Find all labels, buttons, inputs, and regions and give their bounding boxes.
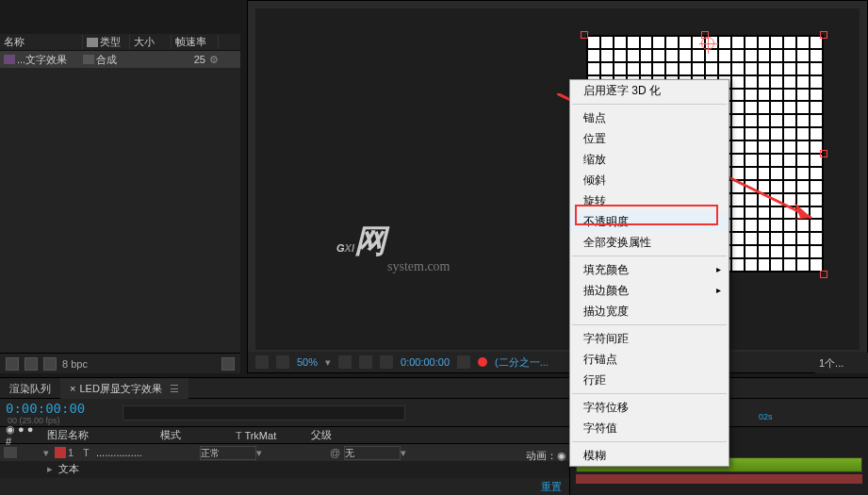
- col-fps[interactable]: 帧速率: [172, 35, 219, 49]
- layer-bar-2[interactable]: [576, 474, 862, 484]
- tab-composition[interactable]: ×LED屏显文字效果☰: [60, 378, 188, 399]
- right-footer: 1个...: [815, 353, 868, 373]
- reset-link[interactable]: 重置: [541, 481, 562, 492]
- add-animator-icon[interactable]: ◉: [557, 450, 566, 461]
- visibility-icon[interactable]: [4, 447, 17, 458]
- watermark: GXI网: [336, 214, 386, 263]
- menu-enable-3d[interactable]: 启用逐字 3D 化: [570, 80, 729, 101]
- watermark-sub: system.com: [387, 259, 450, 274]
- col-layer-name[interactable]: 图层名称: [41, 428, 155, 442]
- settings-icon[interactable]: ⚙: [209, 54, 219, 65]
- zoom-level[interactable]: 50%: [297, 356, 318, 368]
- viewer-footer: 50% ▾ 0:00:00:00 (二分之一...: [248, 352, 867, 372]
- menu-stroke-width[interactable]: 描边宽度: [570, 301, 729, 322]
- new-folder-icon[interactable]: [25, 357, 38, 371]
- project-footer: 8 bpc: [0, 353, 240, 373]
- col-switches: ◉ ● ● #: [0, 423, 41, 447]
- handle-tl[interactable]: [581, 31, 588, 39]
- viewer-time[interactable]: 0:00:00:00: [401, 356, 450, 368]
- context-menu: 启用逐字 3D 化 锚点 位置 缩放 倾斜 旋转 不透明度 全部变换属性 填充颜…: [569, 79, 729, 467]
- col-name[interactable]: 名称: [0, 35, 83, 49]
- menu-scale[interactable]: 缩放: [570, 149, 729, 170]
- timeline-panel: 渲染队列 ×LED屏显文字效果☰ 0:00:00:00 00 (25.00 fp…: [0, 377, 868, 495]
- col-mode[interactable]: 模式: [155, 428, 230, 442]
- project-columns: 名称 类型 大小 帧速率: [0, 34, 240, 51]
- interpret-icon[interactable]: [6, 357, 19, 371]
- menu-char-value[interactable]: 字符值: [570, 418, 729, 438]
- comp-icon: [4, 55, 15, 64]
- timeline-footer: 重置: [0, 478, 569, 495]
- trash-icon[interactable]: [221, 357, 235, 371]
- guide-icon[interactable]: [359, 355, 372, 369]
- item-fps: 25: [172, 54, 209, 65]
- pickwhip-icon[interactable]: @: [330, 447, 340, 458]
- handle-tr[interactable]: [820, 31, 827, 39]
- new-comp-icon[interactable]: [43, 357, 57, 371]
- menu-char-offset[interactable]: 字符位移: [570, 397, 729, 418]
- mask-icon[interactable]: [276, 355, 289, 369]
- menu-line-anchor[interactable]: 行锚点: [570, 349, 729, 370]
- resolution[interactable]: (二分之一...: [495, 355, 549, 370]
- col-size[interactable]: 大小: [130, 35, 172, 49]
- tab-render-queue[interactable]: 渲染队列: [0, 378, 60, 399]
- layer-name[interactable]: ................: [96, 447, 200, 458]
- col-parent[interactable]: 父级: [305, 428, 400, 442]
- folder-icon: [83, 55, 94, 64]
- color-icon[interactable]: [478, 357, 487, 367]
- tab-menu-icon[interactable]: ☰: [170, 378, 179, 399]
- menu-opacity[interactable]: 不透明度: [570, 211, 729, 232]
- tag-icon: [87, 38, 98, 47]
- res-icon[interactable]: [338, 355, 352, 369]
- layer-number: 1: [68, 447, 83, 458]
- project-panel: 名称 类型 大小 帧速率 ...文字效果 合成 25 ⚙: [0, 34, 240, 362]
- menu-anchor[interactable]: 锚点: [570, 107, 729, 128]
- parent-select[interactable]: 无: [344, 446, 401, 460]
- bpc-toggle[interactable]: 8 bpc: [62, 358, 88, 370]
- menu-all-transform[interactable]: 全部变换属性: [570, 232, 729, 253]
- menu-rotation[interactable]: 旋转: [570, 190, 729, 211]
- text-layer-icon: T: [83, 447, 96, 458]
- layer-search[interactable]: [123, 405, 405, 421]
- handle-mr[interactable]: [820, 150, 827, 157]
- snapshot-icon[interactable]: [457, 355, 470, 369]
- menu-line-spacing[interactable]: 行距: [570, 370, 729, 390]
- handle-br[interactable]: [820, 271, 827, 278]
- menu-stroke-color[interactable]: 描边颜色: [570, 280, 729, 301]
- menu-blur[interactable]: 模糊: [570, 445, 729, 466]
- col-trkmat[interactable]: T TrkMat: [230, 430, 305, 441]
- channel-icon[interactable]: [380, 355, 393, 369]
- layer-color[interactable]: [55, 447, 66, 458]
- project-item-row[interactable]: ...文字效果 合成 25 ⚙: [0, 51, 240, 68]
- viewer-canvas[interactable]: GXI网 system.com: [255, 8, 860, 350]
- item-type: 合成: [96, 53, 117, 67]
- item-name: ...文字效果: [17, 53, 67, 67]
- composition-viewer: GXI网 system.com: [247, 0, 868, 373]
- menu-fill-color[interactable]: 填充颜色: [570, 259, 729, 280]
- blend-mode[interactable]: 正常: [200, 446, 256, 460]
- menu-tracking[interactable]: 字符间距: [570, 328, 729, 349]
- menu-skew[interactable]: 倾斜: [570, 170, 729, 190]
- menu-position[interactable]: 位置: [570, 128, 729, 149]
- animate-label[interactable]: 动画：◉: [526, 449, 566, 463]
- twirl-icon[interactable]: ▾: [43, 447, 49, 459]
- current-time[interactable]: 0:00:00:00: [6, 401, 85, 416]
- twirl-icon: ▸: [47, 463, 53, 475]
- timeline-tabs: 渲染队列 ×LED屏显文字效果☰: [0, 378, 868, 399]
- col-type[interactable]: 类型: [83, 35, 130, 49]
- grid-icon[interactable]: [255, 355, 269, 369]
- anchor-point-icon[interactable]: [701, 37, 714, 50]
